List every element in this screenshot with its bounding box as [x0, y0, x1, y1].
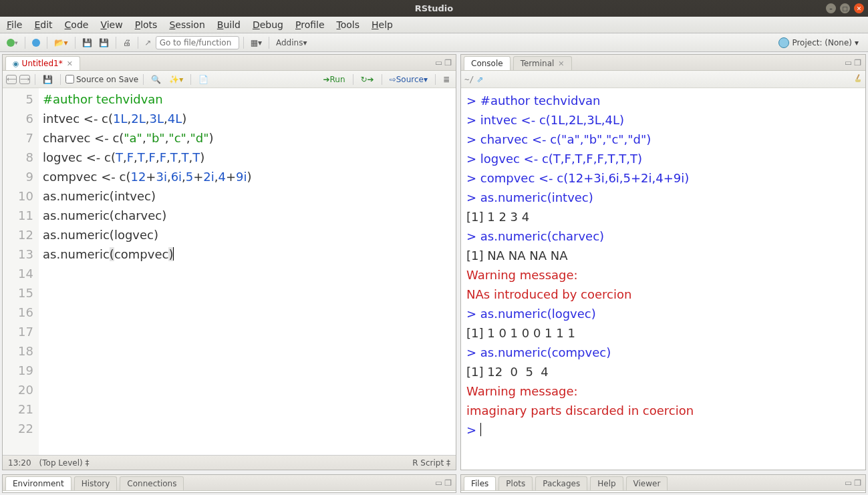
editor-tab-label: Untitled1*	[22, 59, 63, 68]
window-title: RStudio	[415, 3, 454, 13]
magic-wand-button[interactable]: ✨▾	[166, 73, 186, 86]
tab-history[interactable]: History	[74, 476, 118, 490]
tab-connections[interactable]: Connections	[120, 476, 184, 490]
minimize-pane-icon[interactable]: ▭	[845, 478, 852, 488]
tab-files[interactable]: Files	[464, 476, 496, 490]
source-on-save-checkbox[interactable]: Source on Save	[65, 75, 138, 84]
new-project-button[interactable]	[29, 37, 43, 48]
code-editor[interactable]: 5678910111213141516171819202122 #author …	[3, 88, 456, 455]
minimize-pane-icon[interactable]: ▭	[435, 58, 442, 67]
maximize-pane-icon[interactable]: ❐	[444, 478, 452, 488]
menu-profile[interactable]: Profile	[295, 19, 325, 30]
tab-terminal[interactable]: Terminal ✕	[513, 56, 572, 70]
close-button[interactable]: ✕	[854, 3, 864, 13]
nav-forward-button[interactable]: ⟶	[19, 75, 30, 84]
find-button[interactable]: 🔍	[148, 73, 164, 86]
tab-environment[interactable]: Environment	[5, 476, 71, 490]
menu-view[interactable]: View	[100, 19, 122, 30]
outline-button[interactable]: ≣	[440, 73, 452, 86]
editor-statusbar: 13:20 (Top Level) ‡ R Script ‡	[3, 455, 456, 470]
maximize-pane-icon[interactable]: ❐	[854, 58, 861, 67]
menu-debug[interactable]: Debug	[253, 19, 283, 30]
goto-function-button[interactable]: ↗	[142, 37, 154, 49]
minimize-button[interactable]: –	[826, 3, 836, 13]
goto-file-input[interactable]	[156, 36, 239, 49]
maximize-pane-icon[interactable]: ❐	[854, 478, 861, 488]
editor-tab-untitled1[interactable]: ◉ Untitled1* ✕	[5, 56, 80, 70]
menu-plots[interactable]: Plots	[135, 19, 158, 30]
editor-toolbar: ⟵ ⟶ 💾 Source on Save 🔍 ✨▾ 📄 ➔ Run ↻➔ ⇨ S…	[3, 71, 456, 88]
menu-tools[interactable]: Tools	[337, 19, 360, 30]
tab-console[interactable]: Console	[464, 56, 511, 70]
minimize-pane-icon[interactable]: ▭	[435, 478, 442, 488]
menu-edit[interactable]: Edit	[34, 19, 52, 30]
tab-plots[interactable]: Plots	[498, 476, 533, 490]
close-tab-icon[interactable]: ✕	[67, 59, 73, 68]
language-selector[interactable]: R Script ‡	[412, 458, 450, 468]
console-cwd: ~/	[464, 75, 474, 84]
minimize-pane-icon[interactable]: ▭	[845, 58, 852, 67]
open-file-button[interactable]: 📂▾	[51, 37, 71, 49]
cwd-browse-icon[interactable]: ⇗	[476, 75, 483, 84]
tab-help[interactable]: Help	[590, 476, 623, 490]
tab-viewer[interactable]: Viewer	[626, 476, 668, 490]
save-button[interactable]: 💾	[80, 37, 95, 49]
editor-tabbar: ◉ Untitled1* ✕ ▭❐	[3, 55, 456, 71]
menu-file[interactable]: File	[7, 19, 22, 30]
addins-menu[interactable]: Addins ▾	[273, 37, 309, 49]
new-file-button[interactable]: ▾	[4, 37, 21, 48]
main-toolbar: ▾ 📂▾ 💾 💾 🖨 ↗ ▦▾ Addins ▾ Project: (None)…	[0, 33, 868, 52]
menu-code[interactable]: Code	[65, 19, 89, 30]
save-all-button[interactable]: 💾	[96, 37, 112, 49]
source-button[interactable]: ⇨ Source ▾	[387, 73, 430, 86]
maximize-button[interactable]: □	[840, 3, 850, 13]
print-button[interactable]: 🖨	[120, 37, 134, 49]
nav-back-button[interactable]: ⟵	[6, 75, 17, 84]
window-titlebar: RStudio – □ ✕	[0, 0, 868, 17]
bottom-left-tabbar: EnvironmentHistoryConnections▭❐	[3, 475, 456, 491]
save-script-button[interactable]: 💾	[40, 73, 55, 86]
notebook-button[interactable]: 📄	[196, 73, 211, 86]
tab-packages[interactable]: Packages	[535, 476, 587, 490]
menu-build[interactable]: Build	[217, 19, 241, 30]
clear-console-button[interactable]	[854, 74, 862, 84]
menu-session[interactable]: Session	[169, 19, 204, 30]
console-toolbar: ~/ ⇗	[461, 71, 865, 88]
maximize-pane-icon[interactable]: ❐	[444, 58, 452, 67]
menu-help[interactable]: Help	[372, 19, 393, 30]
console-output[interactable]: > #author techvidvan> intvec <- c(1L,2L,…	[461, 88, 865, 470]
bottom-right-tabbar: FilesPlotsPackagesHelpViewer▭❐	[461, 475, 865, 491]
console-tabbar: ConsoleTerminal ✕▭❐	[461, 55, 865, 71]
workspace-grid-button[interactable]: ▦▾	[248, 37, 265, 49]
rerun-button[interactable]: ↻➔	[358, 73, 377, 86]
run-button[interactable]: ➔ Run	[320, 73, 347, 86]
project-selector[interactable]: Project: (None) ▾	[778, 37, 864, 48]
menubar: FileEditCodeViewPlotsSessionBuildDebugPr…	[0, 17, 868, 33]
cursor-position: 13:20	[8, 458, 31, 468]
scope-selector[interactable]: (Top Level) ‡	[39, 458, 90, 468]
